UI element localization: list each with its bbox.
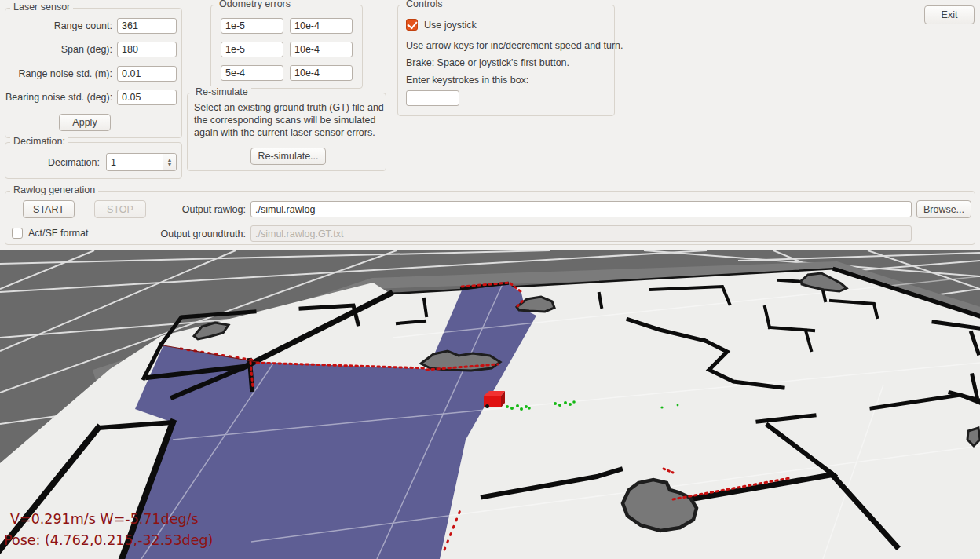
exit-button[interactable]: Exit — [924, 5, 975, 24]
resimulate-group: Re-simulate Select an existing ground tr… — [187, 93, 386, 171]
gridmap-3d-scene: V=0.291m/s W=-5.71deg/s Pose: (4.762,0.2… — [0, 250, 980, 559]
controls-hint-keystrokes: Enter keystrokes in this box: — [406, 75, 528, 86]
range-noise-label: Range noise std. (m): — [5, 66, 112, 82]
robot-wheel — [485, 404, 489, 408]
browse-button[interactable]: Browse... — [916, 200, 971, 218]
robot-marker — [484, 391, 505, 408]
decimation-label: Decimation: — [5, 155, 100, 170]
span-label: Span (deg): — [5, 42, 112, 57]
resimulate-desc-line3: again with the current laser sensor erro… — [194, 127, 375, 138]
hud-velocity-text: V=0.291m/s W=-5.71deg/s — [10, 511, 199, 527]
odometry-row3-a-field[interactable] — [221, 65, 283, 81]
controls-title: Controls — [403, 0, 446, 9]
range-count-field[interactable] — [117, 18, 177, 34]
odometry-xy-x-field[interactable] — [221, 18, 283, 34]
actsf-format-checkbox[interactable] — [12, 228, 23, 239]
resimulate-button[interactable]: Re-simulate... — [250, 148, 326, 165]
controls-hint-arrows: Use arrow keys for inc/decrement speed a… — [406, 40, 623, 51]
resimulate-desc-line2: the corresponding scans will be simulate… — [194, 115, 375, 126]
use-joystick-label: Use joystick — [424, 20, 477, 31]
odometry-errors-title: Odometry errors — [216, 0, 294, 9]
hud-pose-text: Pose: (4.762,0.215,-32.53deg) — [4, 532, 213, 548]
odometry-row2-a-field[interactable] — [221, 42, 283, 57]
controls-group: Controls Use joystick Use arrow keys for… — [397, 5, 615, 116]
decimation-stepper[interactable]: ▲▼ — [106, 153, 177, 171]
decimation-input[interactable] — [107, 154, 162, 170]
use-joystick-checkbox[interactable] — [406, 19, 418, 31]
output-rawlog-label: Output rawlog: — [147, 202, 246, 217]
start-button[interactable]: START — [23, 200, 75, 218]
spinner-arrows-icon[interactable]: ▲▼ — [163, 154, 176, 170]
bearing-noise-label: Bearing noise std. (deg): — [5, 90, 112, 105]
settings-panel: Laser sensor Range count: Span (deg): Ra… — [0, 0, 980, 250]
actsf-format-label: Act/SF format — [28, 228, 88, 239]
odometry-row2-b-field[interactable] — [290, 42, 353, 57]
apply-button[interactable]: Apply — [59, 114, 111, 131]
rawlog-generation-group: Rawlog generation START STOP Output rawl… — [5, 191, 975, 245]
bearing-noise-field[interactable] — [117, 90, 177, 105]
odometry-row3-b-field[interactable] — [290, 65, 353, 81]
output-rawlog-field[interactable] — [250, 201, 912, 217]
keystroke-input[interactable] — [406, 90, 459, 106]
controls-hint-brake: Brake: Space or joystick's first button. — [406, 57, 569, 68]
decimation-title: Decimation: — [10, 136, 68, 147]
resimulate-title: Re-simulate — [192, 86, 251, 97]
odometry-errors-group: Odometry errors — [210, 5, 363, 89]
odometry-xy-y-field[interactable] — [290, 18, 353, 34]
laser-sensor-group: Laser sensor Range count: Span (deg): Ra… — [5, 8, 182, 138]
output-groundtruth-field[interactable] — [250, 225, 912, 242]
output-groundtruth-label: Output groundtruth: — [147, 226, 246, 242]
rawlog-generation-title: Rawlog generation — [10, 185, 98, 195]
span-field[interactable] — [117, 42, 177, 57]
laser-sensor-title: Laser sensor — [10, 2, 73, 13]
decimation-group: Decimation: Decimation: ▲▼ — [5, 142, 182, 179]
range-noise-field[interactable] — [117, 66, 177, 82]
range-count-label: Range count: — [5, 18, 112, 34]
stop-button[interactable]: STOP — [94, 200, 146, 218]
resimulate-desc-line1: Select an existing ground truth (GT) fil… — [194, 102, 384, 113]
simulator-3d-viewport[interactable]: V=0.291m/s W=-5.71deg/s Pose: (4.762,0.2… — [0, 250, 980, 559]
